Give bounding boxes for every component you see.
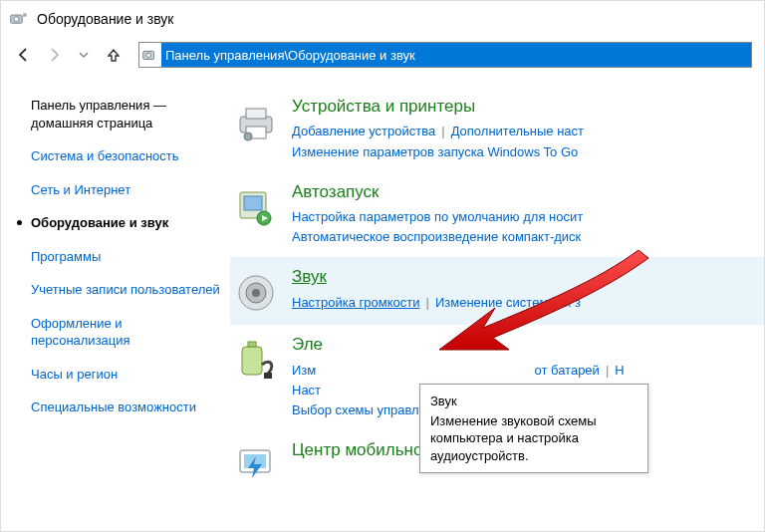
window-title: Оборудование и звук [37, 11, 174, 27]
category-devices-printers: Устройства и принтеры Добавление устройс… [230, 87, 764, 172]
back-button[interactable] [13, 44, 35, 66]
svg-point-1 [14, 17, 19, 22]
tooltip-title: Звук [430, 393, 638, 410]
sidebar-item-accounts[interactable]: Учетные записи пользователей [31, 281, 222, 299]
autoplay-icon [234, 186, 278, 230]
task-link[interactable]: Настройка параметров по умолчанию для но… [292, 209, 583, 224]
svg-point-14 [252, 289, 260, 297]
task-link[interactable]: Автоматическое воспроизведение компакт-д… [292, 229, 581, 244]
sidebar-item-hardware-sound[interactable]: Оборудование и звук [31, 214, 222, 232]
svg-rect-16 [248, 342, 256, 347]
power-icon [234, 339, 278, 383]
window-icon [9, 10, 29, 28]
navigation-bar: Панель управления\Оборудование и звук [1, 37, 764, 73]
address-bar[interactable]: Панель управления\Оборудование и звук [138, 42, 752, 68]
task-link[interactable]: Добавление устройства [292, 124, 435, 138]
category-title[interactable]: Устройства и принтеры [292, 97, 756, 117]
sidebar-item-home[interactable]: Панель управления — домашняя страница [31, 97, 222, 132]
forward-button[interactable] [43, 44, 65, 66]
svg-rect-10 [244, 196, 262, 210]
svg-point-8 [244, 133, 252, 140]
mobility-icon [234, 444, 278, 488]
category-title-sound[interactable]: Звук [292, 267, 756, 287]
sidebar-item-clock-region[interactable]: Часы и регион [31, 366, 222, 384]
task-link[interactable]: Изменение параметров запуска Windows To … [292, 144, 578, 159]
sidebar-item-ease-of-access[interactable]: Специальные возможности [31, 399, 222, 416]
category-title[interactable]: Эле [292, 335, 756, 355]
task-link[interactable]: Изменение системных з [435, 295, 581, 310]
tooltip: Звук Изменение звуковой схемы компьютера… [419, 384, 648, 473]
sidebar: Панель управления — домашняя страница Си… [1, 77, 230, 498]
speaker-icon [234, 271, 278, 315]
category-title[interactable]: Автозапуск [292, 182, 756, 202]
task-link[interactable]: Наст [292, 383, 321, 398]
category-sound: Звук Настройка громкости|Изменение систе… [230, 257, 764, 325]
task-link[interactable]: от батарей [535, 363, 600, 378]
svg-rect-2 [23, 13, 26, 16]
sidebar-item-system[interactable]: Система и безопасность [31, 147, 222, 165]
sidebar-item-programs[interactable]: Программы [31, 248, 222, 266]
sidebar-item-network[interactable]: Сеть и Интернет [31, 181, 222, 199]
svg-point-4 [146, 53, 151, 58]
task-link[interactable]: Настройка громкости [292, 295, 420, 310]
task-link[interactable]: Н [615, 363, 624, 378]
content-area: Панель управления — домашняя страница Си… [1, 77, 764, 498]
address-icon [139, 44, 161, 66]
address-path[interactable]: Панель управления\Оборудование и звук [161, 43, 751, 67]
titlebar: Оборудование и звук [1, 1, 764, 37]
printer-icon [234, 101, 278, 144]
task-link[interactable]: Дополнительные наст [451, 124, 584, 138]
svg-rect-15 [242, 347, 262, 375]
task-link[interactable]: Изм [292, 363, 316, 378]
sidebar-item-appearance[interactable]: Оформление и персонализация [31, 315, 222, 350]
svg-rect-17 [264, 373, 272, 379]
recent-dropdown[interactable] [73, 44, 95, 66]
svg-rect-6 [246, 109, 266, 119]
up-button[interactable] [103, 44, 125, 66]
category-autoplay: Автозапуск Настройка параметров по умолч… [230, 172, 764, 258]
tooltip-body: Изменение звуковой схемы компьютера и на… [430, 412, 638, 465]
